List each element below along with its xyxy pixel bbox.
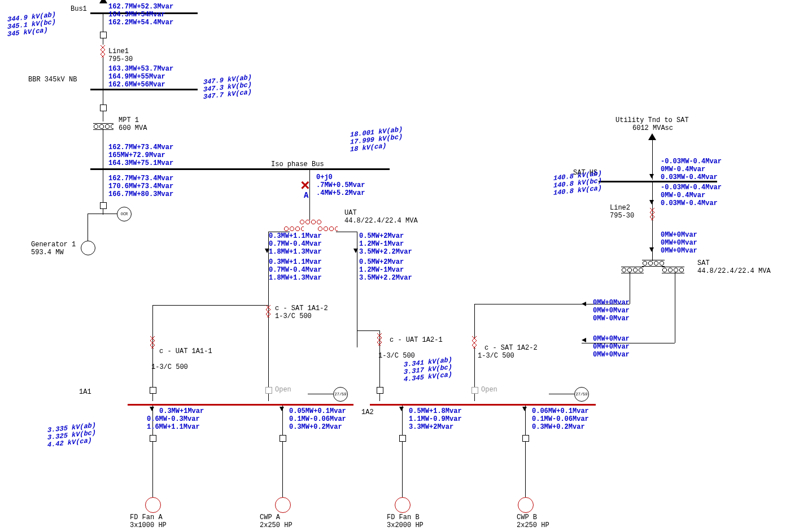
uat-r-flow-6: 3.5MW+2.2Mvar — [359, 275, 412, 282]
uat-l-flow-3: 1.8MW+1.3Mvar — [269, 249, 322, 256]
breaker-icon — [150, 387, 156, 394]
bbr-label: BBR 345kV NB — [28, 76, 77, 84]
breaker-icon — [100, 105, 107, 111]
wire — [357, 330, 357, 347]
open-label-1: Open — [275, 386, 291, 394]
cable-imp-icon — [471, 336, 478, 349]
generator-icon — [81, 241, 95, 255]
wire — [549, 394, 574, 394]
a2-bus — [370, 404, 596, 406]
motor-icon — [145, 497, 161, 513]
uat-name: UAT — [344, 210, 357, 217]
sat-xfmr-icon-right — [662, 267, 684, 273]
a2-l-flow-3: 3.3MW+2Mvar — [409, 424, 453, 432]
bbr-flow-3: 162.6MW+56Mvar — [108, 81, 165, 89]
mpt1-xfmr-icon — [93, 123, 113, 130]
uat-point-a: A — [304, 191, 308, 200]
bus1-flow-3: 162.2MW+54.4Mvar — [108, 19, 173, 27]
line2-impedance-icon — [649, 208, 656, 220]
bus1-flow-2: 164.3MW+54Mvar — [108, 11, 165, 19]
a1-l-flow-3: 1.6MW+1.1Mvar — [147, 424, 200, 432]
line1-impedance-icon — [99, 45, 106, 58]
wire — [336, 232, 357, 232]
a2-r-flow-1: 0.06MW+0.1Mvar — [532, 408, 589, 416]
uat1a11-name: c - UAT 1A1-1 — [159, 348, 212, 356]
breaker-icon — [522, 435, 529, 442]
uat-top-flow-2: .4MW+5.2Mvar — [316, 190, 365, 198]
relay-2759-icon: 27/59 — [333, 387, 348, 402]
arrow-down-icon — [649, 247, 654, 252]
breaker-icon — [100, 32, 107, 38]
uat-l-flow-5: 0.7MW-0.4Mvar — [269, 267, 322, 275]
wire — [103, 14, 103, 45]
arrow-down-icon — [649, 200, 654, 204]
sat-rating: 44.8/22.4/22.4 MVA — [697, 268, 771, 276]
breaker-icon — [150, 435, 156, 442]
utility-delta-icon — [648, 133, 656, 140]
breaker-icon — [280, 435, 286, 442]
sat-low2-flow-3: 0MW+0Mvar — [593, 351, 630, 359]
fdB-rating: 3x2000 HP — [387, 522, 424, 530]
gen1-name: Generator 1 — [31, 241, 76, 249]
a2-l-flow-2: 1.1MW-0.9Mvar — [409, 416, 462, 424]
sat-name: SAT — [697, 260, 710, 268]
mpt-flow-2: 165MW+72.9Mvar — [108, 152, 165, 160]
wire — [282, 406, 283, 499]
arrow-left-icon — [582, 302, 586, 306]
wire — [630, 272, 630, 304]
cwpA-rating: 2x250 HP — [260, 522, 293, 530]
iso-flow-3: 166.7MW+80.3Mvar — [108, 191, 173, 199]
mpt1-rating: 600 MVA — [119, 125, 147, 133]
arrow-down-icon — [150, 407, 154, 411]
a1-r-flow-2: 0.1MW-0.06Mvar — [289, 416, 346, 424]
cwpB-name: CWP B — [517, 514, 537, 522]
utility-name: Utility Tnd to SAT — [615, 117, 689, 125]
utility-rating: 6012 MVAsc — [632, 125, 673, 133]
sat-xfmr-icon-top — [642, 260, 665, 267]
sat1a22-name: c - SAT 1A2-2 — [484, 345, 538, 352]
iso-bus — [90, 168, 390, 170]
line2-name: Line2 — [610, 204, 630, 212]
arrow-down-icon — [353, 249, 358, 253]
sat1a12-size: 1-3/C 500 — [275, 313, 312, 321]
cable-imp-icon — [376, 333, 383, 346]
mpt-flow-1: 162.7MW+73.4Mvar — [108, 144, 173, 152]
a2-r-flow-3: 0.3MW+0.2Mvar — [532, 424, 585, 432]
sat-hs-flow-5: 0MW-0.4Mvar — [661, 192, 705, 200]
sat-hs-flow-4: -0.03MW-0.4Mvar — [661, 184, 722, 192]
arrow-left-icon — [582, 338, 586, 342]
bbr-flow-2: 164.9MW+55Mvar — [108, 73, 165, 81]
line1-type: 795-30 — [108, 56, 133, 64]
sat-hs-flow-2: 0MW-0.4Mvar — [661, 166, 705, 174]
motor-icon — [518, 497, 534, 513]
arrow-down-icon — [265, 249, 269, 253]
breaker-icon — [399, 435, 406, 442]
ocr-relay-label: OCR — [121, 212, 128, 216]
sat-low2-flow-1: 0MW+0Mvar — [593, 336, 630, 343]
uat1a21-size: 1-3/C 500 — [378, 352, 415, 360]
iso-label: Iso phase Bus — [271, 161, 324, 169]
breaker-open-icon — [472, 387, 478, 394]
uat-r-flow-4: 0.5MW+2Mvar — [359, 259, 404, 267]
sat-l-flow-1: 0MW+0Mvar — [661, 232, 697, 240]
wire — [402, 406, 403, 499]
cwpA-name: CWP A — [260, 514, 280, 522]
relay-2759-label: 27/59 — [334, 392, 346, 397]
relay-2759-icon: 27/59 — [574, 387, 589, 402]
motor-icon — [395, 497, 411, 513]
relay-2759-label: 27/59 — [575, 392, 587, 397]
iso-flow-1: 162.7MW+73.4Mvar — [108, 175, 173, 183]
sat-low1-flow-1: 0MW+0Mvar — [593, 299, 630, 307]
cwpB-rating: 2x250 HP — [517, 522, 549, 530]
fdA-rating: 3x1000 HP — [130, 522, 167, 530]
uat-r-flow-2: 1.2MW-1Mvar — [359, 241, 404, 249]
uat-l-flow-1: 0.3MW+1.1Mvar — [269, 233, 322, 241]
a2-r-flow-2: 0.1MW-0.06Mvar — [532, 416, 589, 424]
a2-l-flow-1: 0.5MW+1.8Mvar — [409, 408, 462, 416]
motor-icon — [275, 497, 291, 513]
sat-low2-flow-2: 0MW+0Mvar — [593, 343, 630, 351]
breaker-open-icon — [265, 387, 272, 394]
utility-delta-icon — [99, 0, 107, 3]
uat-l-flow-2: 0.7MW-0.4Mvar — [269, 241, 322, 249]
wire — [525, 406, 526, 499]
